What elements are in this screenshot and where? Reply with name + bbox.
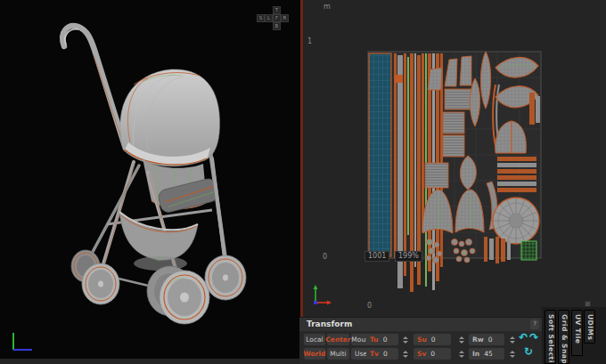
up-arrow-icon[interactable]: [403, 336, 408, 339]
view-right-button[interactable]: R: [281, 14, 289, 22]
translate-u-value: 0: [383, 336, 388, 344]
translate-u-field[interactable]: Tu 0: [366, 334, 398, 345]
ruler-unit: m: [323, 3, 331, 11]
scale-u-label: Su: [417, 336, 427, 344]
axis-gizmo-uv-icon: [314, 285, 332, 305]
down-arrow-icon[interactable]: [403, 355, 408, 358]
transform-panel-title[interactable]: Transform: [299, 318, 542, 331]
tab-soft-selection[interactable]: Soft Selection: [545, 310, 556, 364]
viewport-3d[interactable]: T S L F R B: [0, 0, 300, 364]
translate-v-field[interactable]: Tv 0: [366, 348, 398, 360]
pivot-multi-button[interactable]: Multi: [327, 348, 349, 360]
space-world-button[interactable]: World: [304, 348, 325, 360]
transform-panel: Transform ? Local Center Mouse Tu 0 Su 0…: [299, 317, 542, 364]
scale-u-field[interactable]: Su 0: [414, 334, 451, 345]
scale-u-stepper[interactable]: [457, 334, 465, 345]
translate-v-label: Tv: [370, 350, 379, 358]
down-arrow-icon[interactable]: [510, 355, 515, 358]
down-arrow-icon[interactable]: [459, 341, 464, 344]
uv-island-blue[interactable]: [369, 53, 391, 256]
view-left-button[interactable]: L: [265, 14, 273, 22]
panel-toggle-icon[interactable]: [585, 301, 591, 307]
rotate-w-value: 0: [488, 336, 493, 344]
uv-island-wheel[interactable]: [493, 198, 539, 244]
rotate-w-stepper[interactable]: [508, 334, 516, 345]
view-top-button[interactable]: T: [273, 6, 281, 14]
up-arrow-icon[interactable]: [459, 336, 464, 339]
rotate-cw-icon[interactable]: ↷: [529, 332, 538, 343]
rotate-w-field[interactable]: Rw 0: [469, 334, 504, 345]
translate-v-value: 0: [383, 350, 388, 358]
tile-id-label: 1001: [364, 251, 389, 262]
axis-gizmo-3d-icon: [5, 328, 37, 356]
scale-u-value: 0: [431, 336, 436, 344]
ruler-h-zero: 0: [367, 302, 372, 310]
ruler-v-one: 1: [307, 37, 312, 45]
rotate-w-label: Rw: [472, 336, 484, 344]
rotate-ccw-icon[interactable]: ↶: [519, 332, 528, 343]
up-arrow-icon[interactable]: [510, 336, 515, 339]
up-arrow-icon[interactable]: [510, 351, 515, 353]
ruler-v-zero: 0: [323, 253, 327, 261]
rotate-island-icon[interactable]: ↻: [524, 346, 533, 357]
down-arrow-icon[interactable]: [459, 355, 464, 358]
help-icon[interactable]: ?: [530, 320, 539, 329]
viewport-bottom-strip: [0, 359, 300, 364]
down-arrow-icon[interactable]: [403, 341, 408, 344]
translate-v-stepper[interactable]: [401, 348, 409, 360]
up-arrow-icon[interactable]: [403, 351, 408, 353]
scale-v-field[interactable]: Sv 0: [414, 348, 451, 360]
increment-label: In: [472, 350, 479, 358]
increment-value: 45: [484, 350, 493, 358]
uv-island-green[interactable]: [521, 241, 536, 260]
tile-coverage-label: 199%: [395, 251, 422, 262]
down-arrow-icon[interactable]: [510, 341, 515, 344]
scale-v-label: Sv: [417, 350, 426, 358]
up-arrow-icon[interactable]: [459, 351, 464, 353]
view-front-button[interactable]: F: [273, 14, 281, 22]
increment-field[interactable]: In 45: [469, 348, 504, 360]
pivot-center-button[interactable]: Center: [327, 334, 349, 345]
tab-udims[interactable]: UDIMs: [584, 310, 595, 344]
translate-u-stepper[interactable]: [401, 334, 409, 345]
increment-stepper[interactable]: [508, 348, 516, 360]
scale-v-value: 0: [430, 350, 435, 358]
translate-u-label: Tu: [370, 336, 379, 344]
space-local-button[interactable]: Local: [304, 334, 325, 345]
scale-v-stepper[interactable]: [457, 348, 465, 360]
stroller-model[interactable]: [0, 0, 300, 364]
tab-grid-snap[interactable]: Grid & Snap: [558, 310, 569, 364]
app-window: T S L F R B: [0, 0, 606, 364]
view-bottom-button[interactable]: B: [273, 22, 281, 30]
view-side-button[interactable]: S: [257, 14, 265, 22]
tab-uv-tile[interactable]: UV Tile: [571, 310, 583, 356]
